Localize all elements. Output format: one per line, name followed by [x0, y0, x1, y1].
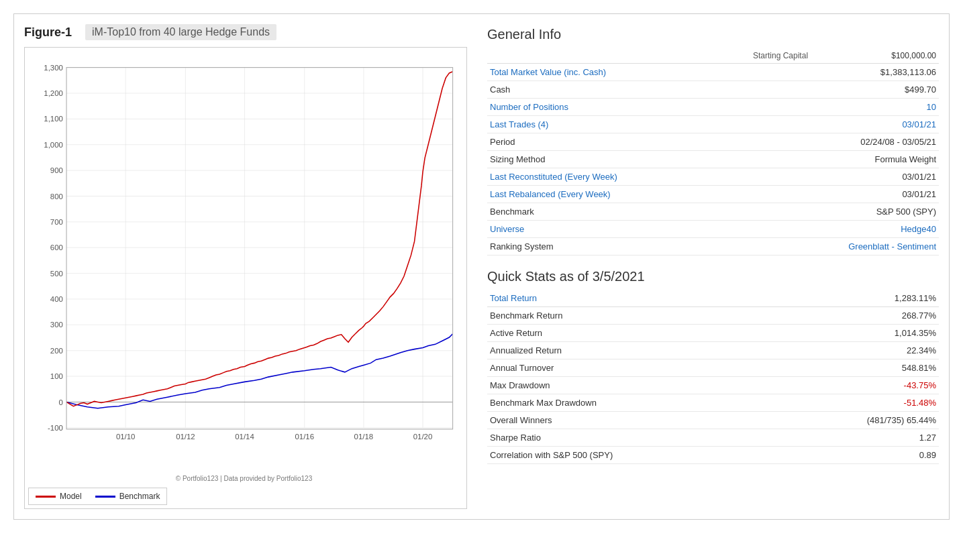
legend-model-line	[36, 496, 56, 498]
svg-text:500: 500	[50, 270, 63, 278]
row-label: Sizing Method	[487, 151, 736, 168]
row-value: 1,014.35%	[749, 325, 939, 342]
svg-text:01/16: 01/16	[295, 433, 314, 441]
table-row: Max Drawdown -43.75%	[487, 377, 939, 394]
row-value: 02/24/08 - 03/05/21	[828, 133, 939, 151]
svg-text:01/18: 01/18	[354, 433, 374, 441]
row-value: Formula Weight	[828, 151, 939, 168]
row-label: Last Rebalanced (Every Week)	[487, 186, 736, 203]
svg-rect-0	[66, 68, 453, 429]
svg-text:1,200: 1,200	[44, 89, 63, 97]
svg-text:01/12: 01/12	[176, 433, 195, 441]
svg-text:800: 800	[50, 192, 63, 201]
row-label: Ranking System	[487, 238, 736, 256]
row-label: Period	[487, 133, 736, 151]
figure-label: Figure-1	[24, 25, 72, 40]
svg-text:1,100: 1,100	[44, 115, 63, 123]
row-value: 1.27	[749, 429, 939, 447]
row-label: Annualized Return	[487, 342, 736, 359]
table-row: Sharpe Ratio 1.27	[487, 429, 939, 447]
table-row: Benchmark Max Drawdown -51.48%	[487, 394, 939, 412]
row-label: Sharpe Ratio	[487, 429, 736, 447]
row-value: 22.34%	[749, 342, 939, 359]
legend-model-label: Model	[60, 492, 82, 501]
starting-capital-label: Starting Capital	[736, 48, 828, 64]
svg-text:200: 200	[50, 347, 63, 355]
row-value: 03/01/21	[828, 116, 939, 133]
table-row: Sizing Method Formula Weight	[487, 151, 939, 168]
starting-capital-row: Starting Capital $100,000.00	[487, 48, 939, 64]
table-row: Benchmark Return 268.77%	[487, 307, 939, 325]
row-label: Universe	[487, 221, 736, 238]
svg-text:0: 0	[59, 398, 63, 406]
starting-capital-value: $100,000.00	[828, 48, 939, 64]
row-label: Total Market Value (inc. Cash)	[487, 64, 736, 81]
row-label: Benchmark Max Drawdown	[487, 394, 736, 412]
table-row: Last Reconstituted (Every Week) 03/01/21	[487, 168, 939, 186]
row-label: Benchmark	[487, 203, 736, 221]
svg-text:400: 400	[50, 295, 63, 303]
row-label: Last Trades (4)	[487, 116, 736, 133]
legend-model: Model	[36, 492, 82, 501]
quick-stats-title: Quick Stats as of 3/5/2021	[487, 269, 939, 284]
starting-capital-spacer	[487, 48, 736, 64]
row-value: Greenblatt - Sentiment	[828, 238, 939, 256]
row-label: Number of Positions	[487, 99, 736, 116]
row-value: 268.77%	[749, 307, 939, 325]
row-value: 03/01/21	[828, 186, 939, 203]
row-value: $1,383,113.06	[828, 64, 939, 81]
row-value: 548.81%	[749, 359, 939, 377]
table-row: Annual Turnover 548.81%	[487, 359, 939, 377]
row-label: Overall Winners	[487, 412, 736, 429]
row-value: (481/735) 65.44%	[749, 412, 939, 429]
table-row: Annualized Return 22.34%	[487, 342, 939, 359]
table-row: Ranking System Greenblatt - Sentiment	[487, 238, 939, 256]
table-row: Total Return 1,283.11%	[487, 290, 939, 307]
left-panel: Figure-1 iM-Top10 from 40 large Hedge Fu…	[24, 24, 467, 509]
row-label: Benchmark Return	[487, 307, 736, 325]
row-label: Last Reconstituted (Every Week)	[487, 168, 736, 186]
table-row: Overall Winners (481/735) 65.44%	[487, 412, 939, 429]
svg-text:01/10: 01/10	[116, 433, 136, 441]
legend-benchmark-line	[95, 496, 115, 498]
row-value: -43.75%	[749, 377, 939, 394]
svg-text:-100: -100	[48, 424, 63, 432]
row-label: Correlation with S&P 500 (SPY)	[487, 447, 736, 464]
svg-text:700: 700	[50, 218, 63, 226]
table-row: Period 02/24/08 - 03/05/21	[487, 133, 939, 151]
row-value: -51.48%	[749, 394, 939, 412]
quick-stats-table: Total Return 1,283.11% Benchmark Return …	[487, 290, 939, 464]
svg-text:300: 300	[50, 321, 63, 329]
row-value: Hedge40	[828, 221, 939, 238]
general-info-title: General Info	[487, 27, 939, 42]
row-label: Active Return	[487, 325, 736, 342]
table-row: Universe Hedge40	[487, 221, 939, 238]
table-row: Last Trades (4) 03/01/21	[487, 116, 939, 133]
legend-benchmark-label: Benchmark	[119, 492, 160, 501]
svg-text:1,000: 1,000	[44, 141, 63, 149]
svg-text:01/14: 01/14	[235, 433, 254, 441]
svg-text:100: 100	[50, 372, 63, 380]
svg-rect-44	[66, 68, 453, 429]
row-label: Annual Turnover	[487, 359, 736, 377]
svg-text:600: 600	[50, 243, 63, 251]
row-value: 0.89	[749, 447, 939, 464]
table-row: Number of Positions 10	[487, 99, 939, 116]
chart-legend: Model Benchmark	[28, 488, 167, 505]
row-label: Cash	[487, 81, 736, 99]
row-label: Max Drawdown	[487, 377, 736, 394]
row-label: Total Return	[487, 290, 736, 307]
general-info-table: Starting Capital $100,000.00 Total Marke…	[487, 48, 939, 256]
table-row: Last Rebalanced (Every Week) 03/01/21	[487, 186, 939, 203]
svg-text:900: 900	[50, 166, 63, 174]
row-value: 10	[828, 99, 939, 116]
table-row: Benchmark S&P 500 (SPY)	[487, 203, 939, 221]
table-row: Total Market Value (inc. Cash) $1,383,11…	[487, 64, 939, 81]
row-value: $499.70	[828, 81, 939, 99]
legend-benchmark: Benchmark	[95, 492, 160, 501]
svg-text:1,300: 1,300	[44, 64, 63, 72]
row-value: S&P 500 (SPY)	[828, 203, 939, 221]
right-panel: General Info Starting Capital $100,000.0…	[487, 24, 939, 509]
table-row: Cash $499.70	[487, 81, 939, 99]
main-container: Figure-1 iM-Top10 from 40 large Hedge Fu…	[13, 13, 950, 520]
